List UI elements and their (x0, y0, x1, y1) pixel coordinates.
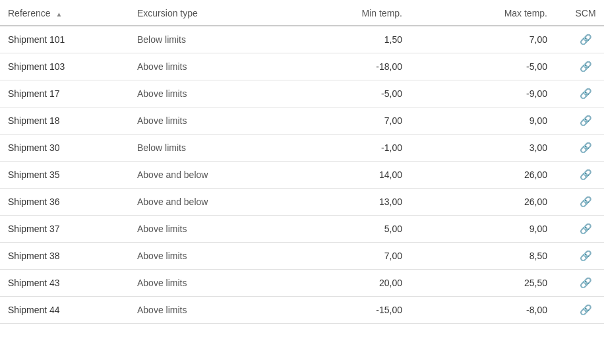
cell-reference: Shipment 103 (0, 53, 132, 80)
cell-excursion-type: Above and below (132, 162, 277, 189)
table-row: Shipment 18Above limits7,009,00🔗 (0, 107, 604, 135)
cell-scm-link[interactable]: 🔗 (567, 107, 604, 135)
cell-min-temp: 14,00 (277, 162, 422, 189)
table-body: Shipment 101Below limits1,507,00🔗Shipmen… (0, 26, 604, 324)
col-header-reference[interactable]: Reference ▲ (0, 0, 132, 26)
cell-excursion-type: Above and below (132, 189, 277, 216)
cell-scm-link[interactable]: 🔗 (567, 189, 604, 216)
cell-max-temp: 25,50 (422, 270, 567, 297)
cell-reference: Shipment 18 (0, 107, 132, 135)
cell-min-temp: 1,50 (277, 26, 422, 53)
table-row: Shipment 101Below limits1,507,00🔗 (0, 26, 604, 53)
cell-excursion-type: Below limits (132, 135, 277, 162)
cell-max-temp: -9,00 (422, 80, 567, 107)
cell-scm-link[interactable]: 🔗 (567, 80, 604, 107)
scm-link-icon[interactable]: 🔗 (580, 115, 592, 127)
col-header-mintemp[interactable]: Min temp. (277, 0, 422, 26)
cell-scm-link[interactable]: 🔗 (567, 26, 604, 53)
scm-link-icon[interactable]: 🔗 (580, 169, 592, 181)
cell-min-temp: 13,00 (277, 189, 422, 216)
table-row: Shipment 36Above and below13,0026,00🔗 (0, 189, 604, 216)
scm-link-icon[interactable]: 🔗 (580, 304, 592, 316)
col-header-mintemp-label: Min temp. (362, 8, 402, 18)
table-row: Shipment 44Above limits-15,00-8,00🔗 (0, 297, 604, 324)
cell-max-temp: 26,00 (422, 162, 567, 189)
table-row: Shipment 17Above limits-5,00-9,00🔗 (0, 80, 604, 107)
table-row: Shipment 38Above limits7,008,50🔗 (0, 243, 604, 270)
cell-min-temp: -1,00 (277, 135, 422, 162)
cell-min-temp: 7,00 (277, 243, 422, 270)
col-header-reference-label: Reference (8, 8, 51, 18)
scm-link-icon[interactable]: 🔗 (580, 34, 592, 46)
cell-reference: Shipment 17 (0, 80, 132, 107)
table-row: Shipment 37Above limits5,009,00🔗 (0, 216, 604, 243)
cell-min-temp: -5,00 (277, 80, 422, 107)
scm-link-icon[interactable]: 🔗 (580, 196, 592, 208)
col-header-excursion-label: Excursion type (137, 8, 198, 18)
cell-excursion-type: Above limits (132, 80, 277, 107)
cell-reference: Shipment 43 (0, 270, 132, 297)
cell-min-temp: 5,00 (277, 216, 422, 243)
cell-reference: Shipment 36 (0, 189, 132, 216)
cell-max-temp: -5,00 (422, 53, 567, 80)
table-row: Shipment 43Above limits20,0025,50🔗 (0, 270, 604, 297)
col-header-excursion[interactable]: Excursion type (132, 0, 277, 26)
cell-max-temp: 26,00 (422, 189, 567, 216)
cell-excursion-type: Below limits (132, 26, 277, 53)
cell-reference: Shipment 38 (0, 243, 132, 270)
cell-excursion-type: Above limits (132, 216, 277, 243)
col-header-maxtemp-label: Max temp. (504, 8, 547, 18)
cell-min-temp: -18,00 (277, 53, 422, 80)
cell-scm-link[interactable]: 🔗 (567, 270, 604, 297)
scm-link-icon[interactable]: 🔗 (580, 61, 592, 73)
scm-link-icon[interactable]: 🔗 (580, 142, 592, 154)
table-row: Shipment 30Below limits-1,003,00🔗 (0, 135, 604, 162)
scm-link-icon[interactable]: 🔗 (580, 88, 592, 100)
col-header-scm-label: SCM (575, 8, 595, 18)
scm-link-icon[interactable]: 🔗 (580, 250, 592, 262)
cell-reference: Shipment 44 (0, 297, 132, 324)
cell-excursion-type: Above limits (132, 53, 277, 80)
table-header-row: Reference ▲ Excursion type Min temp. Max… (0, 0, 604, 26)
cell-min-temp: -15,00 (277, 297, 422, 324)
cell-max-temp: -8,00 (422, 297, 567, 324)
shipment-table: Reference ▲ Excursion type Min temp. Max… (0, 0, 604, 324)
scm-link-icon[interactable]: 🔗 (580, 223, 592, 235)
table-row: Shipment 103Above limits-18,00-5,00🔗 (0, 53, 604, 80)
cell-scm-link[interactable]: 🔗 (567, 216, 604, 243)
cell-min-temp: 20,00 (277, 270, 422, 297)
col-header-maxtemp[interactable]: Max temp. (422, 0, 567, 26)
col-header-scm[interactable]: SCM (567, 0, 604, 26)
cell-excursion-type: Above limits (132, 243, 277, 270)
cell-scm-link[interactable]: 🔗 (567, 53, 604, 80)
cell-min-temp: 7,00 (277, 107, 422, 135)
cell-max-temp: 7,00 (422, 26, 567, 53)
cell-max-temp: 8,50 (422, 243, 567, 270)
table-row: Shipment 35Above and below14,0026,00🔗 (0, 162, 604, 189)
cell-scm-link[interactable]: 🔗 (567, 135, 604, 162)
cell-max-temp: 3,00 (422, 135, 567, 162)
sort-asc-icon: ▲ (55, 11, 62, 18)
cell-reference: Shipment 37 (0, 216, 132, 243)
cell-excursion-type: Above limits (132, 107, 277, 135)
cell-reference: Shipment 101 (0, 26, 132, 53)
data-table-container[interactable]: Reference ▲ Excursion type Min temp. Max… (0, 0, 604, 364)
cell-reference: Shipment 35 (0, 162, 132, 189)
cell-max-temp: 9,00 (422, 216, 567, 243)
cell-max-temp: 9,00 (422, 107, 567, 135)
scm-link-icon[interactable]: 🔗 (580, 277, 592, 289)
cell-scm-link[interactable]: 🔗 (567, 297, 604, 324)
cell-scm-link[interactable]: 🔗 (567, 243, 604, 270)
cell-excursion-type: Above limits (132, 270, 277, 297)
cell-excursion-type: Above limits (132, 297, 277, 324)
cell-reference: Shipment 30 (0, 135, 132, 162)
cell-scm-link[interactable]: 🔗 (567, 162, 604, 189)
